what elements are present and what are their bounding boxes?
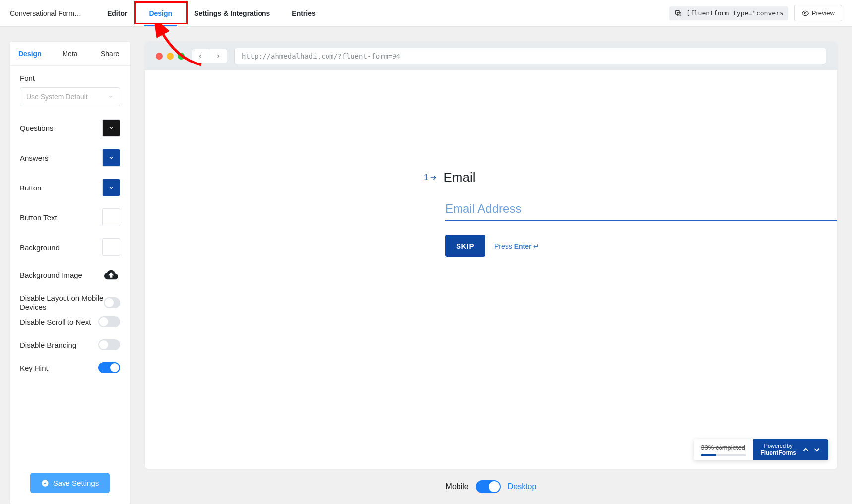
button-label: Button <box>20 184 41 192</box>
save-settings-button[interactable]: Save Settings <box>30 473 110 493</box>
shortcode-text: [fluentform type="convers <box>686 9 784 17</box>
progress-widget: 33% completed Powered by FluentForms <box>694 439 828 460</box>
sidebar-tabs: Design Meta Share <box>10 42 130 66</box>
key-hint-label: Key Hint <box>20 364 48 372</box>
traffic-light-red <box>156 53 163 60</box>
disable-layout-mobile-label: Disable Layout on Mobile Devices <box>20 294 104 312</box>
question-title: Email <box>443 170 475 185</box>
chevron-left-icon <box>197 53 203 59</box>
nav-back-button[interactable] <box>192 49 209 63</box>
tab-design[interactable]: Design <box>138 0 183 26</box>
next-question-button[interactable] <box>812 445 821 454</box>
preview-button[interactable]: Preview <box>794 5 842 21</box>
svg-point-2 <box>804 12 806 14</box>
preview-label: Preview <box>812 9 835 17</box>
arrow-right-icon <box>429 174 437 182</box>
url-bar[interactable]: http://ahmedalhadi.com/?fluent-form=94 <box>234 48 826 64</box>
sidebar-tab-meta[interactable]: Meta <box>50 42 90 65</box>
disable-branding-toggle[interactable] <box>98 339 120 350</box>
traffic-lights <box>156 53 185 60</box>
button-color[interactable] <box>102 179 120 196</box>
background-image-label: Background Image <box>20 271 82 279</box>
tab-editor[interactable]: Editor <box>96 0 138 26</box>
topbar-tabs: Editor Design Settings & Integrations En… <box>96 0 327 26</box>
copy-icon <box>674 9 682 17</box>
page-title: Conversational Form… <box>10 9 81 17</box>
eye-icon <box>802 10 809 17</box>
progress-label: 33% completed <box>701 444 746 451</box>
device-toggle-switch[interactable] <box>476 480 501 493</box>
button-text-label: Button Text <box>20 213 57 222</box>
disable-scroll-toggle[interactable] <box>98 316 120 327</box>
save-settings-label: Save Settings <box>53 479 99 487</box>
chevron-down-icon <box>108 94 114 100</box>
key-hint-text: Press Enter ↵ <box>494 242 539 250</box>
questions-label: Questions <box>20 124 54 132</box>
questions-color[interactable] <box>102 119 120 137</box>
answers-label: Answers <box>20 154 49 162</box>
sidebar-tab-share[interactable]: Share <box>90 42 130 65</box>
font-label: Font <box>20 74 120 82</box>
check-circle-icon <box>41 479 49 487</box>
answers-color[interactable] <box>102 149 120 167</box>
desktop-label[interactable]: Desktop <box>508 482 537 491</box>
tab-entries[interactable]: Entries <box>281 0 326 26</box>
shortcode-box[interactable]: [fluentform type="convers <box>669 6 788 20</box>
chevron-down-icon <box>108 185 114 190</box>
chevron-right-icon <box>215 53 221 59</box>
disable-branding-label: Disable Branding <box>20 341 76 349</box>
disable-layout-mobile-toggle[interactable] <box>104 297 120 308</box>
mobile-label[interactable]: Mobile <box>446 482 469 491</box>
question-number: 1 <box>424 173 437 183</box>
chevron-down-icon <box>108 125 114 131</box>
traffic-light-yellow <box>167 53 174 60</box>
device-toggle: Mobile Desktop <box>145 469 837 504</box>
topbar: Conversational Form… Editor Design Setti… <box>0 0 852 27</box>
skip-button[interactable]: SKIP <box>445 235 485 257</box>
preview-area: http://ahmedalhadi.com/?fluent-form=94 1… <box>130 27 852 504</box>
font-select[interactable]: Use System Default <box>20 87 120 106</box>
cloud-upload-icon[interactable] <box>102 268 120 282</box>
key-hint-toggle[interactable] <box>98 362 120 373</box>
background-color[interactable] <box>102 238 120 256</box>
browser-frame: http://ahmedalhadi.com/?fluent-form=94 1… <box>145 42 837 469</box>
powered-by[interactable]: Powered by FluentForms <box>760 443 796 457</box>
font-select-value: Use System Default <box>26 93 88 101</box>
browser-bar: http://ahmedalhadi.com/?fluent-form=94 <box>145 42 837 70</box>
progress-bar <box>701 454 746 456</box>
sidebar: Design Meta Share Font Use System Defaul… <box>10 42 130 504</box>
tab-settings[interactable]: Settings & Integrations <box>183 0 281 26</box>
chevron-down-icon <box>108 155 114 161</box>
preview-body: 1 Email SKIP Press Enter ↵ <box>145 70 837 469</box>
nav-forward-button[interactable] <box>209 49 227 63</box>
sidebar-tab-design[interactable]: Design <box>10 42 50 65</box>
email-input[interactable] <box>445 200 837 221</box>
button-text-color[interactable] <box>102 208 120 226</box>
traffic-light-green <box>178 53 185 60</box>
prev-question-button[interactable] <box>801 445 810 454</box>
background-label: Background <box>20 243 60 252</box>
disable-scroll-label: Disable Scroll to Next <box>20 318 91 326</box>
